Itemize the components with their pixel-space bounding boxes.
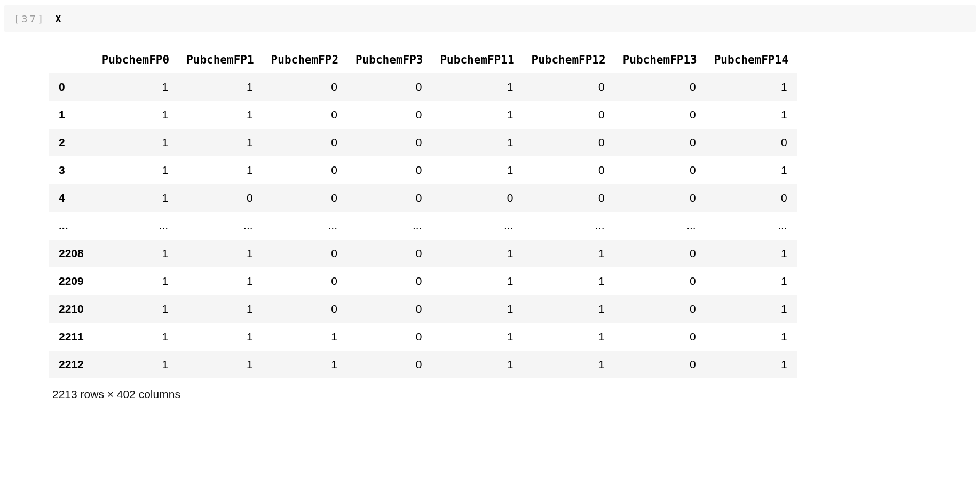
column-header: PubchemFP3: [347, 47, 431, 73]
cell-value: 0: [523, 73, 614, 101]
cell-value: 1: [523, 323, 614, 351]
cell-value: 1: [178, 156, 262, 184]
cell-value: 1: [706, 351, 797, 378]
table-row: 311001001: [49, 156, 797, 184]
execution-count: [37]: [14, 13, 45, 25]
cell-value: 1: [523, 295, 614, 323]
cell-value: 1: [431, 73, 523, 101]
cell-value: 1: [93, 184, 178, 212]
cell-value: 1: [706, 267, 797, 295]
row-index: 2208: [49, 240, 93, 267]
dataframe-table: PubchemFP0 PubchemFP1 PubchemFP2 Pubchem…: [49, 47, 797, 378]
cell-value: 0: [347, 295, 431, 323]
shape-summary: 2213 rows × 402 columns: [52, 388, 980, 401]
cell-value: ...: [263, 212, 347, 240]
row-index: 2210: [49, 295, 93, 323]
column-header: PubchemFP14: [706, 47, 797, 73]
cell-value: 1: [178, 73, 262, 101]
cell-value: 1: [93, 129, 178, 156]
cell-value: 1: [706, 323, 797, 351]
row-index: ...: [49, 212, 93, 240]
cell-value: 1: [431, 295, 523, 323]
cell-value: 0: [614, 129, 706, 156]
cell-value: 0: [347, 323, 431, 351]
table-row: 221111101101: [49, 323, 797, 351]
table-corner: [49, 47, 93, 73]
column-header: PubchemFP2: [263, 47, 347, 73]
cell-value: 0: [263, 129, 347, 156]
cell-value: 0: [347, 73, 431, 101]
cell-value: 1: [93, 156, 178, 184]
column-header: PubchemFP12: [523, 47, 614, 73]
cell-value: 0: [706, 184, 797, 212]
cell-value: 0: [347, 101, 431, 129]
cell-value: 0: [614, 156, 706, 184]
cell-value: 1: [523, 351, 614, 378]
cell-value: 0: [263, 295, 347, 323]
cell-value: 0: [523, 156, 614, 184]
cell-value: 1: [93, 267, 178, 295]
cell-value: 0: [614, 267, 706, 295]
cell-value: 1: [93, 240, 178, 267]
cell-value: 1: [706, 156, 797, 184]
row-index: 2211: [49, 323, 93, 351]
cell-value: 1: [706, 73, 797, 101]
table-row: 220811001101: [49, 240, 797, 267]
cell-value: ...: [614, 212, 706, 240]
cell-value: 1: [178, 351, 262, 378]
cell-value: 0: [263, 240, 347, 267]
cell-value: 0: [347, 156, 431, 184]
cell-value: 1: [93, 295, 178, 323]
cell-input-area[interactable]: [37] X: [4, 5, 976, 32]
cell-value: 0: [614, 73, 706, 101]
notebook-cell: [37] X: [4, 5, 976, 32]
cell-value: 1: [178, 101, 262, 129]
cell-value: 1: [431, 267, 523, 295]
cell-value: 1: [263, 351, 347, 378]
cell-value: 1: [706, 295, 797, 323]
row-index: 4: [49, 184, 93, 212]
table-header-row: PubchemFP0 PubchemFP1 PubchemFP2 Pubchem…: [49, 47, 797, 73]
cell-value: 1: [93, 323, 178, 351]
cell-value: 1: [431, 351, 523, 378]
cell-value: 0: [431, 184, 523, 212]
cell-value: 1: [431, 129, 523, 156]
table-row: 221011001101: [49, 295, 797, 323]
table-row: ...........................: [49, 212, 797, 240]
cell-value: 1: [706, 240, 797, 267]
cell-value: 1: [93, 101, 178, 129]
table-row: 410000000: [49, 184, 797, 212]
cell-value: 0: [614, 351, 706, 378]
cell-value: ...: [178, 212, 262, 240]
cell-value: 1: [178, 129, 262, 156]
cell-value: 1: [93, 351, 178, 378]
cell-value: 0: [347, 240, 431, 267]
cell-value: 1: [523, 267, 614, 295]
cell-value: 1: [178, 295, 262, 323]
cell-value: 1: [178, 267, 262, 295]
table-row: 011001001: [49, 73, 797, 101]
cell-value: 1: [93, 73, 178, 101]
cell-value: 0: [263, 156, 347, 184]
table-row: 220911001101: [49, 267, 797, 295]
cell-value: 0: [347, 129, 431, 156]
column-header: PubchemFP1: [178, 47, 262, 73]
cell-value: 1: [431, 323, 523, 351]
cell-value: 0: [614, 101, 706, 129]
cell-value: 0: [523, 184, 614, 212]
cell-value: 1: [431, 240, 523, 267]
cell-value: 0: [614, 295, 706, 323]
cell-value: 0: [523, 129, 614, 156]
cell-value: ...: [523, 212, 614, 240]
column-header: PubchemFP0: [93, 47, 178, 73]
cell-value: ...: [93, 212, 178, 240]
row-index: 2: [49, 129, 93, 156]
cell-value: 0: [614, 184, 706, 212]
cell-value: 0: [263, 73, 347, 101]
cell-output-area: PubchemFP0 PubchemFP1 PubchemFP2 Pubchem…: [49, 47, 980, 401]
code-text[interactable]: X: [55, 13, 61, 25]
cell-value: 1: [178, 240, 262, 267]
table-row: 221211101101: [49, 351, 797, 378]
cell-value: 0: [614, 323, 706, 351]
cell-value: 0: [523, 101, 614, 129]
